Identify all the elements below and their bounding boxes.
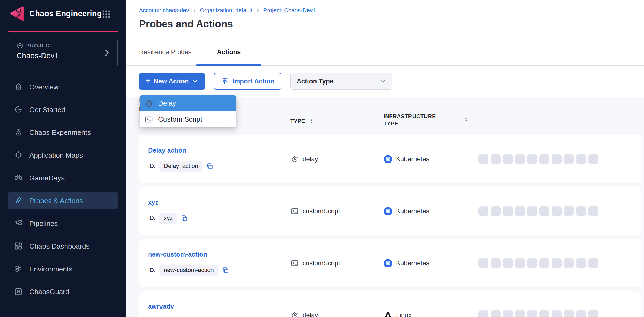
- new-action-menu: Delay Custom Script: [140, 95, 236, 127]
- infrastructure-value: Kubernetes: [396, 155, 429, 163]
- infrastructure-cell: ☸ Kubernetes: [384, 239, 429, 287]
- action-name-link[interactable]: xyz: [148, 199, 159, 206]
- import-action-button[interactable]: Import Action: [214, 73, 281, 90]
- apps-grid-icon[interactable]: [101, 9, 111, 19]
- infrastructure-cell: Linux: [384, 291, 411, 317]
- infrastructure-value: Linux: [396, 311, 411, 317]
- execution-result-placeholder: [527, 154, 537, 164]
- sidebar-item-pipelines[interactable]: Pipelines: [8, 215, 118, 232]
- stopwatch-icon: [144, 99, 153, 108]
- project-name: Chaos-Dev1: [17, 51, 112, 60]
- kubernetes-icon: ☸: [384, 259, 392, 267]
- project-selector[interactable]: PROJECT Chaos-Dev1: [9, 38, 118, 67]
- cube-icon: [17, 42, 24, 49]
- gamepad-icon: [14, 173, 23, 183]
- sidebar-item-chaos-experiments[interactable]: Chaos Experiments: [8, 124, 118, 141]
- tab-resilience-probes[interactable]: Resilience Probes: [139, 38, 194, 65]
- results-cell: [478, 187, 598, 235]
- action-name-link[interactable]: Delay action: [148, 147, 186, 154]
- terminal-icon: [291, 207, 299, 215]
- execution-result-placeholder: [515, 154, 525, 164]
- execution-result-placeholder: [515, 206, 525, 216]
- action-id: ID: xyz: [148, 213, 188, 224]
- table-body: Delay action ID: Delay_action delay ☸ Ku…: [139, 135, 641, 317]
- app-title: Chaos Engineering: [29, 9, 102, 18]
- chevron-right-icon: [102, 48, 111, 59]
- sidebar-item-application-maps[interactable]: Application Maps: [8, 147, 118, 164]
- execution-result-placeholder: [588, 206, 598, 216]
- sidebar-item-environments[interactable]: Environments: [8, 260, 118, 278]
- sidebar-item-chaos-dashboards[interactable]: Chaos Dashboards: [8, 238, 118, 255]
- sidebar-item-get-started[interactable]: Get Started: [8, 101, 118, 118]
- sidebar-item-label: GameDays: [29, 174, 65, 182]
- type-value: customScript: [302, 207, 340, 215]
- action-type-select[interactable]: Action Type: [290, 73, 392, 90]
- type-cell: delay: [291, 291, 318, 317]
- execution-result-placeholder: [552, 206, 562, 216]
- execution-result-placeholder: [527, 258, 537, 268]
- execution-result-placeholder: [478, 310, 488, 317]
- type-cell: delay: [291, 135, 318, 183]
- execution-result-placeholder: [478, 258, 488, 268]
- action-name-link[interactable]: awrvadv: [148, 303, 174, 310]
- kubernetes-icon: ☸: [384, 155, 392, 163]
- execution-result-placeholder: [503, 154, 513, 164]
- menu-item-delay[interactable]: Delay: [140, 95, 236, 111]
- menu-item-custom-script[interactable]: Custom Script: [140, 111, 236, 127]
- action-type-value: Action Type: [297, 77, 333, 85]
- sidebar-item-overview[interactable]: Overview: [8, 78, 118, 96]
- copy-icon[interactable]: [181, 215, 188, 222]
- execution-result-placeholder: [491, 154, 501, 164]
- infrastructure-cell: ☸ Kubernetes: [384, 187, 429, 235]
- execution-result-placeholder: [503, 310, 513, 317]
- execution-result-placeholder: [564, 206, 574, 216]
- sidebar-item-chaosguard[interactable]: ChaosGuard: [8, 283, 118, 300]
- pipeline-icon: [14, 219, 23, 228]
- sidebar-item-label: Overview: [29, 83, 59, 91]
- table-row: awrvadv delay Linux: [139, 291, 641, 317]
- execution-result-placeholder: [539, 154, 549, 164]
- sidebar-item-label: ChaosGuard: [29, 288, 69, 296]
- app-root: Chaos Engineering PROJECT: [0, 0, 644, 317]
- import-action-label: Import Action: [232, 77, 274, 85]
- target-icon: [14, 151, 23, 160]
- execution-result-placeholder: [564, 310, 574, 317]
- new-action-button[interactable]: + New Action: [139, 73, 205, 90]
- execution-result-placeholder: [539, 310, 549, 317]
- action-name-link[interactable]: new-custom-action: [148, 251, 207, 258]
- type-value: customScript: [302, 259, 340, 267]
- sidebar-item-probes-actions[interactable]: Probes & Actions: [8, 192, 118, 209]
- chevron-down-icon: [192, 78, 198, 85]
- actions-table: TYPE INFRASTRUCTURE TYPE latest one on: [126, 97, 644, 317]
- infrastructure-value: Kubernetes: [396, 259, 429, 267]
- copy-icon[interactable]: [206, 163, 214, 170]
- execution-result-placeholder: [491, 258, 501, 268]
- execution-result-placeholder: [527, 310, 537, 317]
- tab-actions[interactable]: Actions: [196, 38, 261, 65]
- action-id: ID: Delay_action: [148, 161, 214, 172]
- execution-result-placeholder: [576, 154, 586, 164]
- breadcrumb-link[interactable]: Organization: default: [200, 7, 252, 14]
- stopwatch-icon: [291, 311, 299, 317]
- sort-icon[interactable]: [463, 116, 469, 122]
- breadcrumb-separator: ›: [193, 7, 195, 14]
- sidebar-item-label: Pipelines: [29, 219, 58, 228]
- test-tube-icon: [14, 196, 23, 205]
- main-content: Account: chaos-dev›Organization: default…: [126, 0, 644, 317]
- execution-result-placeholder: [539, 206, 549, 216]
- sort-icon[interactable]: [308, 118, 314, 124]
- execution-result-placeholder: [515, 310, 525, 317]
- copy-icon[interactable]: [222, 267, 229, 274]
- breadcrumb-link[interactable]: Project: Chaos-Dev1: [263, 7, 316, 14]
- execution-result-placeholder: [491, 310, 501, 317]
- table-row: xyz ID: xyz customScript ☸ Kubernetes: [139, 187, 641, 235]
- execution-result-placeholder: [503, 206, 513, 216]
- menu-item-label: Custom Script: [158, 115, 202, 124]
- sidebar-item-gamedays[interactable]: GameDays: [8, 169, 118, 187]
- tab-bar: Resilience ProbesActions: [126, 38, 644, 66]
- execution-result-placeholder: [491, 206, 501, 216]
- import-icon: [221, 77, 228, 85]
- id-value: Delay_action: [159, 161, 202, 172]
- breadcrumb-link[interactable]: Account: chaos-dev: [139, 7, 189, 14]
- execution-result-placeholder: [552, 258, 562, 268]
